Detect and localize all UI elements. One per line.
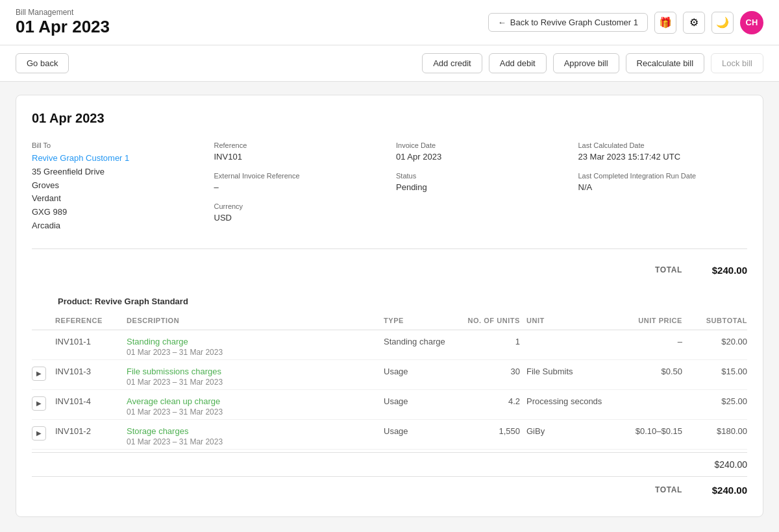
- back-button-label: Back to Revive Graph Customer 1: [510, 18, 638, 27]
- desc-name-1[interactable]: File submissions charges: [127, 367, 384, 376]
- arrow-left-icon: ←: [498, 18, 506, 27]
- col-type-header: TYPE: [384, 317, 462, 324]
- type-cell-3: Usage: [384, 426, 462, 436]
- expand-button-3[interactable]: ▶: [32, 426, 46, 441]
- col-expand-header: [32, 317, 55, 324]
- desc-name-3[interactable]: Storage charges: [127, 426, 384, 436]
- product-total-amount: $240.00: [695, 485, 747, 496]
- add-credit-button[interactable]: Add credit: [422, 53, 482, 73]
- unitprice-cell-3: $0.10–$0.15: [604, 426, 682, 436]
- type-cell-0: Standing charge: [384, 337, 462, 346]
- last-int-label: Last Completed Integration Run Date: [578, 172, 748, 180]
- last-calc-value: 23 Mar 2023 15:17:42 UTC: [578, 152, 748, 162]
- avatar-initials: CH: [746, 18, 758, 27]
- top-bar-right: ← Back to Revive Graph Customer 1 🎁 ⚙ 🌙 …: [488, 11, 763, 34]
- subtotal-cell-0: $20.00: [682, 337, 747, 346]
- address-line1: 35 Greenfield Drive: [32, 167, 105, 176]
- gift-icon: 🎁: [659, 16, 672, 29]
- bill-to-label: Bill To: [32, 141, 201, 149]
- table-row-0: INV101-1Standing charge01 Mar 2023 – 31 …: [32, 330, 747, 359]
- settings-icon: ⚙: [689, 16, 699, 29]
- go-back-button[interactable]: Go back: [16, 53, 69, 73]
- address-line2: Groves: [32, 180, 59, 190]
- customer-address: Revive Graph Customer 1 35 Greenfield Dr…: [32, 152, 201, 233]
- table-row: ▶INV101-2Storage charges01 Mar 2023 – 31…: [32, 420, 747, 450]
- recalculate-bill-button[interactable]: Recalculate bill: [626, 53, 704, 73]
- top-bar-left: Bill Management 01 Apr 2023: [16, 8, 110, 37]
- avatar[interactable]: CH: [740, 11, 763, 34]
- product-total-label: TOTAL: [655, 485, 682, 494]
- col-description-header: DESCRIPTION: [127, 317, 384, 324]
- total-label: TOTAL: [655, 265, 682, 274]
- status-value: Pending: [396, 182, 565, 192]
- desc-name-2[interactable]: Average clean up charge: [127, 396, 384, 406]
- invoice-total-row: TOTAL $240.00: [32, 260, 747, 281]
- units-cell-3: 1,550: [462, 426, 526, 436]
- approve-bill-button[interactable]: Approve bill: [553, 53, 619, 73]
- total-amount: $240.00: [695, 265, 747, 276]
- bill-management-label: Bill Management: [16, 8, 110, 17]
- currency-value: USD: [214, 213, 384, 223]
- ext-ref-label: External Invoice Reference: [214, 172, 384, 180]
- unitprice-cell-1: $0.50: [604, 367, 682, 376]
- currency-label: Currency: [214, 202, 384, 210]
- table-row: INV101-1Standing charge01 Mar 2023 – 31 …: [32, 330, 747, 360]
- units-cell-1: 30: [462, 367, 526, 376]
- date-status-section: Invoice Date 01 Apr 2023 Status Pending: [396, 141, 565, 233]
- last-calc-label: Last Calculated Date: [578, 141, 748, 149]
- type-cell-2: Usage: [384, 396, 462, 406]
- ref-cell-3: INV101-2: [55, 426, 127, 436]
- expand-button-2[interactable]: ▶: [32, 396, 46, 411]
- bill-date-heading: 01 Apr 2023: [16, 17, 110, 37]
- subtotal-cell-2: $25.00: [682, 396, 747, 406]
- bill-to-section: Bill To Revive Graph Customer 1 35 Green…: [32, 141, 201, 233]
- desc-date-3: 01 Mar 2023 – 31 Mar 2023: [127, 437, 384, 446]
- address-line3: Verdant: [32, 193, 61, 203]
- meta-divider: [32, 248, 747, 249]
- last-int-value: N/A: [578, 182, 748, 192]
- calc-section: Last Calculated Date 23 Mar 2023 15:17:4…: [578, 141, 748, 233]
- desc-name-0[interactable]: Standing charge: [127, 337, 384, 346]
- table-row: ▶INV101-4Average clean up charge01 Mar 2…: [32, 390, 747, 420]
- table-row-1: ▶INV101-3File submissions charges01 Mar …: [32, 360, 747, 389]
- col-reference-header: REFERENCE: [55, 317, 127, 324]
- table-row: ▶INV101-3File submissions charges01 Mar …: [32, 360, 747, 390]
- gift-button[interactable]: 🎁: [654, 12, 676, 34]
- desc-cell-1: File submissions charges01 Mar 2023 – 31…: [127, 367, 384, 387]
- product-subtotal-amount: $240.00: [682, 459, 747, 470]
- add-debit-button[interactable]: Add debit: [489, 53, 547, 73]
- invoice-title: 01 Apr 2023: [32, 111, 747, 126]
- subtotal-cell-3: $180.00: [682, 426, 747, 436]
- ref-cell-2: INV101-4: [55, 396, 127, 406]
- type-cell-1: Usage: [384, 367, 462, 376]
- units-cell-0: 1: [462, 337, 526, 346]
- unit-cell-3: GiBy: [526, 426, 604, 436]
- unit-cell-1: File Submits: [526, 367, 604, 376]
- lock-bill-button[interactable]: Lock bill: [711, 53, 763, 73]
- reference-label: Reference: [214, 141, 384, 149]
- product-total-row: TOTAL $240.00: [32, 476, 747, 501]
- desc-cell-2: Average clean up charge01 Mar 2023 – 31 …: [127, 396, 384, 417]
- invoice-date-label: Invoice Date: [396, 141, 565, 149]
- settings-button[interactable]: ⚙: [683, 12, 705, 34]
- desc-cell-0: Standing charge01 Mar 2023 – 31 Mar 2023: [127, 337, 384, 357]
- back-to-customer-button[interactable]: ← Back to Revive Graph Customer 1: [488, 13, 648, 32]
- units-cell-2: 4.2: [462, 396, 526, 406]
- desc-cell-3: Storage charges01 Mar 2023 – 31 Mar 2023: [127, 426, 384, 446]
- dark-mode-icon: 🌙: [716, 16, 729, 29]
- product-subtotal-row: $240.00: [32, 452, 747, 476]
- desc-date-2: 01 Mar 2023 – 31 Mar 2023: [127, 407, 384, 417]
- ref-cell-0: INV101-1: [55, 337, 127, 346]
- customer-name[interactable]: Revive Graph Customer 1: [32, 153, 129, 163]
- address-line5: Arcadia: [32, 221, 60, 230]
- invoice-meta: Bill To Revive Graph Customer 1 35 Green…: [32, 141, 747, 233]
- dark-mode-button[interactable]: 🌙: [711, 12, 734, 34]
- invoice-card: 01 Apr 2023 Bill To Revive Graph Custome…: [16, 95, 763, 517]
- top-bar: Bill Management 01 Apr 2023 ← Back to Re…: [0, 0, 779, 45]
- table-row-3: ▶INV101-2Storage charges01 Mar 2023 – 31…: [32, 420, 747, 449]
- expand-button-1[interactable]: ▶: [32, 367, 46, 381]
- product-section: Product: Revive Graph Standard REFERENCE…: [32, 291, 747, 501]
- desc-date-1: 01 Mar 2023 – 31 Mar 2023: [127, 378, 384, 387]
- main-content: 01 Apr 2023 Bill To Revive Graph Custome…: [0, 82, 779, 530]
- col-unitprice-header: UNIT PRICE: [604, 317, 682, 324]
